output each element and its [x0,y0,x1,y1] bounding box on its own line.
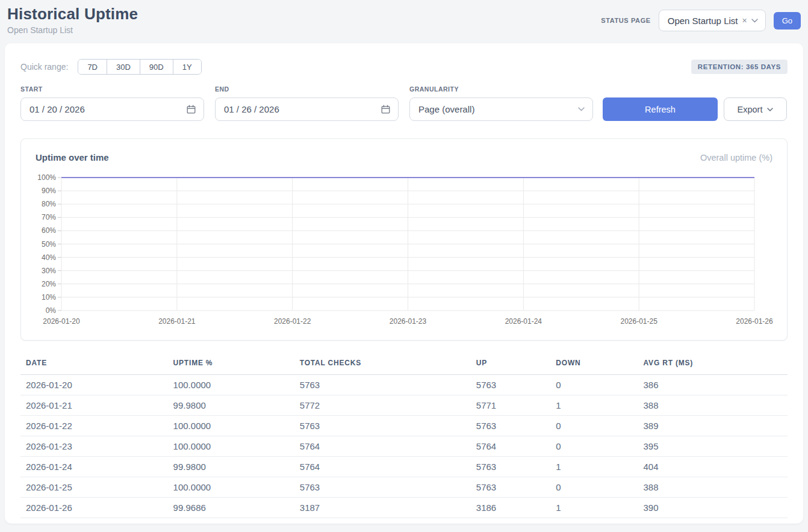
table-cell: 395 [638,436,788,457]
uptime-chart-svg: 0%10%20%30%40%50%60%70%80%90%100%2026-01… [21,169,788,338]
end-date-input[interactable]: 01 / 26 / 2026 [215,97,399,121]
table-cell: 0 [550,477,638,498]
svg-text:60%: 60% [42,226,56,235]
table-cell: 100.0000 [168,477,294,498]
uptime-table-wrap: DATEUPTIME %TOTAL CHECKSUPDOWNAVG RT (MS… [20,355,788,518]
end-date-label: END [215,85,399,93]
table-cell: 0 [550,416,638,436]
table-cell: 2026-01-22 [20,416,168,436]
status-page-picker: STATUS PAGE Open Startup List × Go [601,10,801,31]
table-row: 2026-01-22100.0000576357630389 [20,416,788,436]
table-cell: 5772 [294,395,471,416]
export-button[interactable]: Export [724,97,787,121]
table-cell: 2026-01-25 [20,477,168,498]
chart-legend: Overall uptime (%) [700,153,772,162]
table-cell: 390 [638,498,788,518]
page-header: Historical Uptime Open Startup List [7,5,138,35]
svg-text:100%: 100% [37,173,56,182]
table-row: 2026-01-2499.9800576457631404 [20,457,788,477]
table-cell: 2026-01-23 [20,436,168,457]
table-cell: 5763 [471,375,550,395]
table-cell: 5771 [471,395,550,416]
refresh-button[interactable]: Refresh [603,97,718,121]
table-cell: 100.0000 [168,375,294,395]
svg-text:2026-01-23: 2026-01-23 [390,317,427,326]
granularity-select[interactable]: Page (overall) [409,97,593,121]
column-header: UPTIME % [168,355,294,375]
table-row: 2026-01-2199.9800577257711388 [20,395,788,416]
table-cell: 5764 [294,457,471,477]
granularity-label: GRANULARITY [409,85,593,93]
table-cell: 5763 [471,416,550,436]
uptime-chart-card: Uptime over time Overall uptime (%) 0%10… [20,138,788,341]
svg-text:90%: 90% [42,187,56,195]
svg-text:2026-01-21: 2026-01-21 [158,317,196,326]
table-cell: 99.9800 [168,457,294,477]
table-cell: 5763 [294,416,471,436]
uptime-table: DATEUPTIME %TOTAL CHECKSUPDOWNAVG RT (MS… [20,355,788,518]
table-cell: 2026-01-26 [20,498,168,518]
table-cell: 2026-01-24 [20,457,168,477]
svg-text:2026-01-25: 2026-01-25 [620,317,657,326]
quick-range-1y[interactable]: 1Y [173,60,201,74]
clear-selection-icon[interactable]: × [742,16,747,25]
column-header: TOTAL CHECKS [294,355,471,375]
export-button-label: Export [738,105,763,114]
svg-text:50%: 50% [42,240,56,249]
table-row: 2026-01-23100.0000576457640395 [20,436,788,457]
table-cell: 0 [550,375,638,395]
table-cell: 5764 [471,436,550,457]
chevron-down-icon [578,107,585,111]
svg-text:2026-01-22: 2026-01-22 [274,317,311,326]
quick-range-30d[interactable]: 30D [107,60,140,74]
table-cell: 100.0000 [168,436,294,457]
table-cell: 5763 [294,477,471,498]
svg-text:10%: 10% [42,293,56,302]
table-cell: 2026-01-20 [20,375,168,395]
go-button[interactable]: Go [774,12,801,29]
main-panel: Quick range: 7D30D90D1Y RETENTION: 365 D… [5,43,803,524]
retention-badge: RETENTION: 365 DAYS [691,60,788,74]
table-cell: 99.9686 [168,498,294,518]
start-date-value: 01 / 20 / 2026 [30,104,85,114]
column-header: DOWN [550,355,638,375]
table-cell: 1 [550,395,638,416]
table-cell: 3187 [294,498,471,518]
column-header: DATE [20,355,168,375]
start-date-label: START [20,85,204,93]
calendar-icon[interactable] [187,105,196,114]
table-cell: 3186 [471,498,550,518]
quick-range-group: 7D30D90D1Y [78,59,201,75]
svg-text:2026-01-20: 2026-01-20 [43,317,80,326]
table-cell: 388 [638,477,788,498]
table-cell: 5763 [471,457,550,477]
svg-text:80%: 80% [42,200,56,208]
table-row: 2026-01-25100.0000576357630388 [20,477,788,498]
svg-text:40%: 40% [42,253,56,262]
column-header: UP [471,355,550,375]
svg-text:2026-01-24: 2026-01-24 [505,317,542,326]
table-cell: 5763 [471,477,550,498]
table-cell: 0 [550,436,638,457]
svg-text:70%: 70% [42,213,56,221]
svg-text:2026-01-26: 2026-01-26 [736,317,773,326]
chart-title: Uptime over time [36,152,109,162]
table-cell: 1 [550,457,638,477]
table-cell: 386 [638,375,788,395]
start-date-input[interactable]: 01 / 20 / 2026 [20,97,204,121]
end-date-value: 01 / 26 / 2026 [224,104,279,114]
page-title: Historical Uptime [7,5,138,23]
svg-text:30%: 30% [42,267,56,275]
table-row: 2026-01-20100.0000576357630386 [20,375,788,395]
uptime-chart: 0%10%20%30%40%50%60%70%80%90%100%2026-01… [21,169,788,338]
quick-range-90d[interactable]: 90D [140,60,173,74]
table-cell: 5763 [294,375,471,395]
table-cell: 5764 [294,436,471,457]
table-cell: 388 [638,395,788,416]
table-cell: 100.0000 [168,416,294,436]
column-header: AVG RT (MS) [638,355,788,375]
status-page-selected-value: Open Startup List [668,16,738,26]
status-page-select[interactable]: Open Startup List × [659,10,766,31]
calendar-icon[interactable] [381,105,390,114]
quick-range-7d[interactable]: 7D [78,60,107,74]
